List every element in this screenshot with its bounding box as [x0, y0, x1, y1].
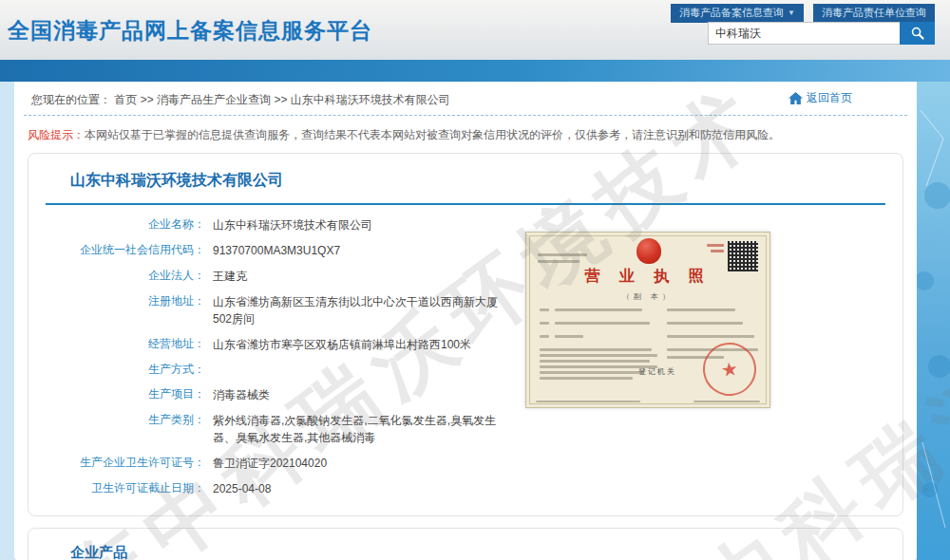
license-text-line [667, 335, 754, 338]
breadcrumb-prefix: 您现在的位置： [31, 93, 111, 106]
license-copy-label: （副 本） [526, 291, 770, 302]
license-text-line [667, 322, 743, 325]
field-value: 王建克 [213, 268, 247, 285]
nav-gradient-bar [0, 60, 950, 82]
license-text-line [555, 322, 650, 325]
license-text-line [538, 253, 587, 256]
products-title: 企业产品 [70, 544, 887, 560]
field-label: 生产方式： [44, 362, 205, 378]
content-panel: 您现在的位置： 首页 >> 消毒产品生产企业查询 >> 山东中科瑞沃环境技术有限… [14, 82, 917, 560]
field-value: 消毒器械类 [213, 386, 270, 403]
company-field-row: 生产类别：紫外线消毒器,次氯酸钠发生器,二氧化氯发生器,臭氧发生器、臭氧水发生器… [44, 412, 887, 446]
field-label: 生产项目： [44, 386, 205, 403]
field-label: 生产企业卫生许可证号： [44, 455, 205, 472]
molecule-decoration-icon [917, 82, 950, 560]
header-banner: 全国消毒产品网上备案信息服务平台 消毒产品备案信息查询 ▼ 消毒产品责任单位查询 [0, 0, 950, 60]
license-text-line [540, 354, 657, 357]
license-text-line [711, 250, 724, 252]
field-value: 鲁卫消证字202104020 [213, 455, 327, 472]
risk-notice-text: 本网站仅基于已掌握的信息提供查询服务，查询结果不代表本网站对被查询对象信用状况的… [85, 128, 780, 141]
field-label: 注册地址： [44, 293, 205, 327]
license-text-line [540, 308, 549, 311]
field-label: 企业名称： [44, 216, 205, 233]
breadcrumb-category-link[interactable]: 消毒产品生产企业查询 [157, 93, 271, 106]
field-label: 经营地址： [44, 336, 205, 353]
qr-code-icon [728, 241, 758, 271]
license-text-line [555, 308, 642, 311]
breadcrumb-separator: >> [274, 93, 287, 106]
field-label: 生产类别： [44, 412, 205, 446]
company-info-box: 山东中科瑞沃环境技术有限公司 企业名称：山东中科瑞沃环境技术有限公司企业统一社会… [28, 153, 903, 516]
field-label: 卫生许可证截止日期： [44, 480, 205, 497]
license-text-line [555, 335, 583, 338]
business-license-image: 营 业 执 照 （副 本） [525, 232, 770, 408]
field-value: 山东省潍坊市寒亭区双杨店镇前淋埠出村路西100米 [213, 336, 471, 353]
field-value: 山东省潍坊高新区玉清东街以北中心次干道以西商新大厦502房间 [213, 293, 498, 327]
chevron-down-icon: ▼ [788, 9, 795, 17]
decorative-right-strip [917, 82, 950, 560]
top-nav: 消毒产品备案信息查询 ▼ 消毒产品责任单位查询 [671, 4, 935, 23]
search-bar [708, 22, 935, 45]
breadcrumb-separator: >> [141, 93, 154, 106]
license-text-line [667, 308, 735, 311]
breadcrumb-home-link[interactable]: 首页 [114, 93, 137, 106]
field-label: 企业法人： [44, 268, 205, 285]
company-field-row: 生产企业卫生许可证号：鲁卫消证字202104020 [44, 455, 887, 472]
license-text-line [707, 244, 724, 247]
breadcrumb-company: 山东中科瑞沃环境技术有限公司 [291, 93, 450, 106]
nav-filing-info-query[interactable]: 消毒产品备案信息查询 ▼ [671, 4, 804, 23]
license-text-line [540, 371, 644, 374]
search-icon [910, 26, 925, 41]
company-title: 山东中科瑞沃环境技术有限公司 [70, 171, 887, 191]
field-label: 企业统一社会信用代码： [44, 242, 205, 259]
risk-notice-label: 风险提示： [28, 128, 85, 141]
products-box: 企业产品 中科瑞沃牌ZK-50型电解法次氯酸钠发生器中科瑞沃牌ZK-200型化学… [28, 528, 903, 560]
page: 全国消毒产品网上备案信息服务平台 消毒产品备案信息查询 ▼ 消毒产品责任单位查询 [0, 0, 950, 560]
nav-responsible-unit-query[interactable]: 消毒产品责任单位查询 [813, 4, 935, 23]
back-home-link[interactable]: 返回首页 [788, 90, 852, 106]
license-text-line [538, 260, 580, 263]
national-emblem-icon [636, 238, 661, 264]
company-field-row: 卫生许可证截止日期：2025-04-08 [44, 480, 887, 497]
license-text-line [540, 360, 650, 363]
risk-notice: 风险提示：本网站仅基于已掌握的信息提供查询服务，查询结果不代表本网站对被查询对象… [28, 127, 903, 143]
site-title: 全国消毒产品网上备案信息服务平台 [8, 16, 372, 46]
license-text-line [694, 401, 760, 402]
license-registrar-label: 登记机关 [638, 366, 676, 377]
license-text-line [536, 401, 640, 402]
search-input[interactable] [708, 22, 900, 45]
license-text-line [540, 322, 549, 325]
license-text-line [540, 335, 549, 338]
home-icon [788, 92, 803, 104]
divider [46, 203, 885, 205]
search-button[interactable] [900, 22, 935, 45]
breadcrumb: 您现在的位置： 首页 >> 消毒产品生产企业查询 >> 山东中科瑞沃环境技术有限… [14, 82, 917, 115]
license-text-line [540, 348, 652, 351]
field-value: 山东中科瑞沃环境技术有限公司 [213, 216, 372, 233]
field-value: 紫外线消毒器,次氯酸钠发生器,二氧化氯发生器,臭氧发生器、臭氧水发生器,其他器械… [213, 412, 498, 446]
license-text-line [540, 377, 633, 380]
divider [24, 115, 907, 116]
field-value: 91370700MA3M3U1QX7 [213, 242, 340, 259]
field-value: 2025-04-08 [213, 480, 271, 497]
